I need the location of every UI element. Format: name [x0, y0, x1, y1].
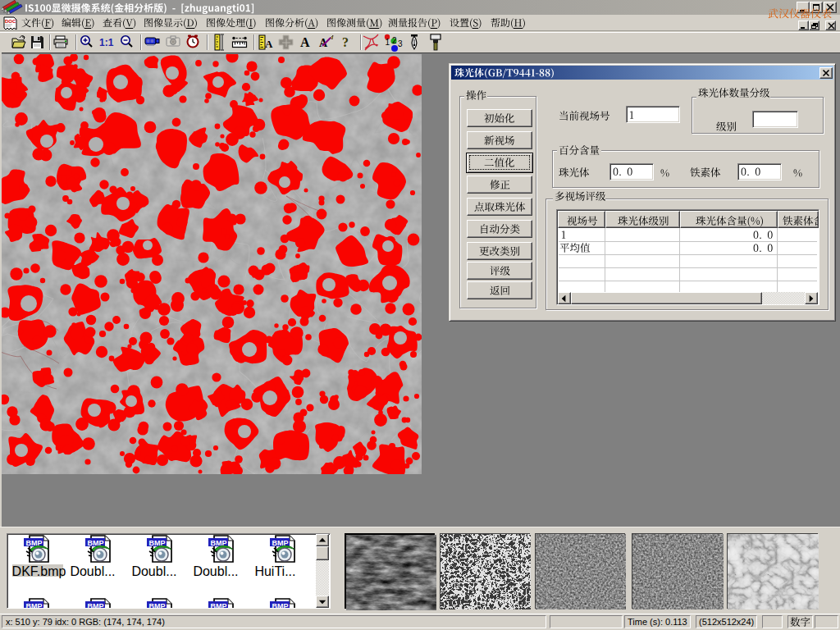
- svg-text:1:1: 1:1: [99, 37, 114, 48]
- svg-text:BMP: BMP: [88, 602, 104, 609]
- svg-text:?: ?: [342, 35, 349, 49]
- svg-text:2: 2: [392, 36, 397, 45]
- svg-text:1: 1: [386, 38, 390, 47]
- svg-text:A: A: [265, 38, 273, 50]
- svg-text:A: A: [319, 37, 328, 49]
- svg-text:DOC: DOC: [5, 19, 16, 24]
- svg-text:A: A: [300, 35, 310, 49]
- svg-text:3: 3: [398, 39, 403, 48]
- svg-text:BMP: BMP: [26, 602, 43, 609]
- svg-text:BMP: BMP: [211, 602, 227, 609]
- svg-text:BMP: BMP: [272, 602, 289, 609]
- svg-text:BMP: BMP: [149, 602, 166, 609]
